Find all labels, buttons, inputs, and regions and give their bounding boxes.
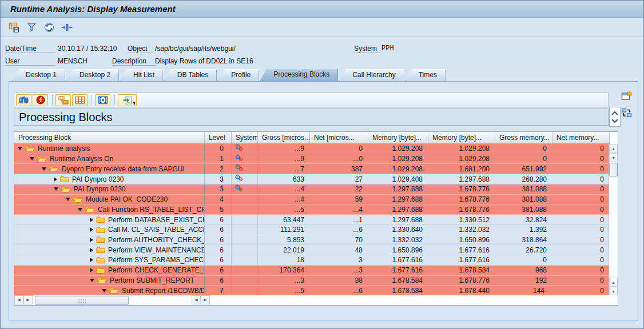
choose-layout-icon[interactable] [55, 94, 71, 106]
expand-node-icon[interactable] [90, 268, 93, 272]
node-label[interactable]: Perform SUBMIT_REPORT [110, 276, 194, 284]
tab-processing-blocks[interactable]: Processing Blocks [260, 68, 338, 81]
table-row[interactable]: PAI Dynpro 02303⚙⚙633271.029.4081.297.68… [14, 174, 618, 184]
node-label[interactable]: Submit Report /1BCDWB/D [122, 287, 204, 295]
expand-node-icon[interactable] [90, 218, 93, 222]
table-row[interactable]: Perform SYS_PARAMS_CHECK61831.677.6161.6… [14, 255, 618, 266]
adjust-columns-icon[interactable] [61, 21, 73, 34]
scroll-up-button[interactable]: ▲ [609, 144, 618, 153]
node-label[interactable]: Perform CHECK_GENERATE_RE [108, 266, 204, 274]
node-label[interactable]: Runtime Analysis On [50, 155, 113, 163]
column-header-3[interactable]: Gross [micros... [258, 132, 310, 144]
tab-db-tables[interactable]: DB Tables [164, 69, 217, 81]
tab-desktop-1[interactable]: Desktop 1 [12, 69, 65, 81]
collapse-node-icon[interactable] [30, 157, 34, 161]
expand-node-icon[interactable] [54, 177, 57, 182]
detail-window-icon[interactable] [621, 91, 633, 102]
value-cell: 0 [552, 235, 610, 245]
columns-scroll-left-button[interactable]: ◀ [192, 295, 201, 304]
tree-scroll-track[interactable] [129, 295, 192, 305]
column-header-8[interactable]: Net memory... [552, 132, 610, 144]
tree-scroll-thumb[interactable] [35, 296, 129, 305]
table-row[interactable]: Runtime Analysis On1⚙⚙...9...01.029.2081… [14, 154, 618, 164]
swap-view-icon[interactable] [621, 107, 633, 119]
expand-node-icon[interactable] [90, 258, 93, 262]
system-label: System [354, 45, 380, 53]
tree-scroll-left-button[interactable]: ◀ [14, 295, 23, 304]
table-row[interactable]: Runtime analysis0⚙⚙...901.029.2081.029.2… [14, 144, 618, 154]
vertical-scroll-thumb[interactable] [609, 163, 618, 176]
table-row[interactable]: Perform AUTHORITY_CHECK_A65.853701.332.0… [14, 235, 618, 246]
table-row[interactable]: Perform SUBMIT_REPORT6...3881.678.5841.6… [14, 276, 618, 286]
node-label[interactable]: Call M. CL_SAIS_TABLE_ACCES [108, 226, 204, 234]
node-label[interactable]: Dynpro Entry receive data from SAPGUI [62, 165, 185, 173]
collapse-node-icon[interactable] [54, 187, 58, 191]
tree-scroll-right-button[interactable]: ▶ [23, 295, 33, 304]
collapse-node-icon[interactable] [66, 198, 70, 201]
node-label[interactable]: PAI Dynpro 0230 [74, 185, 126, 193]
expand-node-icon[interactable] [90, 238, 93, 242]
tree-cell: Perform VIEW_MAINTENANCE_ [14, 245, 205, 255]
scroll-down-button[interactable]: ▼ [609, 153, 618, 162]
tab-profile[interactable]: Profile [217, 69, 259, 81]
open-folder-icon [61, 186, 71, 193]
toolbar-separator [92, 95, 92, 105]
vertical-scroll-track[interactable] [609, 176, 618, 278]
node-label[interactable]: Module PAI OK_CODE230 [86, 195, 168, 203]
table-row[interactable]: PAI Dynpro 02303⚙⚙...4221.297.6881.678.7… [14, 184, 618, 195]
column-tree-icon[interactable] [95, 94, 110, 106]
column-header-7[interactable]: Gross memory... [495, 132, 552, 144]
table-row[interactable]: Perform CHECK_GENERATE_RE6170.364...31.6… [14, 266, 618, 276]
scroll-up-button-bottom[interactable]: ▲ [609, 278, 618, 287]
column-header-0[interactable]: Processing Block [14, 132, 205, 144]
column-header-5[interactable]: Memory [byte]... [368, 132, 428, 144]
columns-scroll-right-button[interactable]: ▶ [201, 295, 210, 304]
value-cell: 1.677.616 [428, 255, 495, 265]
column-header-2[interactable]: System [232, 132, 258, 144]
tab-hit-list[interactable]: Hit List [120, 69, 163, 81]
node-label[interactable]: Perform AUTHORITY_CHECK_A [108, 236, 204, 244]
refresh-icon[interactable] [43, 21, 55, 34]
table-row[interactable]: Call M. CL_SAIS_TABLE_ACCES6111.291...61… [14, 225, 618, 235]
column-header-6[interactable]: Memory [byte]... [428, 132, 495, 144]
expand-node-icon[interactable] [90, 248, 93, 252]
node-label[interactable]: Call Function RS_TABLE_LIST_CRE [98, 206, 204, 214]
scroll-chevrons[interactable] [609, 107, 621, 127]
node-label[interactable]: Runtime analysis [38, 145, 90, 153]
table-row[interactable]: Dynpro Entry receive data from SAPGUI2⚙⚙… [14, 164, 618, 174]
system-cell [232, 266, 258, 275]
tab-toolbar [14, 93, 609, 107]
save-layout-icon[interactable] [7, 21, 20, 34]
find-next-icon[interactable] [33, 94, 48, 106]
node-label[interactable]: PAI Dynpro 0230 [72, 175, 124, 183]
collapse-node-icon[interactable] [102, 289, 106, 292]
columns-scroll-track[interactable] [210, 295, 609, 305]
node-label[interactable]: Perform DATABASE_EXIST_CH [108, 216, 204, 224]
vertical-scrollbar[interactable]: ▲ ▼ ▲ ▼ [609, 144, 618, 296]
table-row[interactable]: Perform DATABASE_EXIST_CH663.447...11.29… [14, 215, 618, 225]
node-label[interactable]: Perform SYS_PARAMS_CHECK [108, 256, 204, 264]
node-label[interactable]: Perform VIEW_MAINTENANCE_ [108, 246, 204, 254]
expand-node-icon[interactable] [90, 227, 93, 232]
table-row[interactable]: Call Function RS_TABLE_LIST_CRE5...5...4… [14, 204, 618, 215]
horizontal-scrollbar[interactable]: ◀ ▶ ◀ ▶ [14, 295, 618, 305]
print-grid-icon[interactable] [72, 94, 88, 106]
collapse-node-icon[interactable] [90, 279, 94, 282]
table-row[interactable]: Perform VIEW_MAINTENANCE_622.019481.650.… [14, 245, 618, 255]
export-icon[interactable] [118, 94, 137, 106]
tab-desktop-2[interactable]: Desktop 2 [66, 69, 119, 81]
column-header-4[interactable]: Net [micros... [310, 132, 368, 144]
value-cell: ...7 [258, 164, 310, 174]
filter-icon[interactable] [25, 21, 38, 34]
export-dropdown-caret[interactable] [133, 102, 136, 105]
column-header-1[interactable]: Level [205, 132, 232, 144]
table-row[interactable]: Module PAI OK_CODE2304...4591.297.6881.6… [14, 195, 618, 205]
level-cell: 7 [205, 286, 232, 295]
tab-times[interactable]: Times [405, 69, 446, 81]
closed-folder-icon [96, 246, 105, 254]
collapse-node-icon[interactable] [18, 147, 22, 150]
find-icon[interactable] [16, 94, 31, 106]
collapse-node-icon[interactable] [42, 167, 46, 171]
tab-call-hierarchy[interactable]: Call Hierarchy [339, 69, 404, 81]
collapse-node-icon[interactable] [78, 208, 82, 211]
